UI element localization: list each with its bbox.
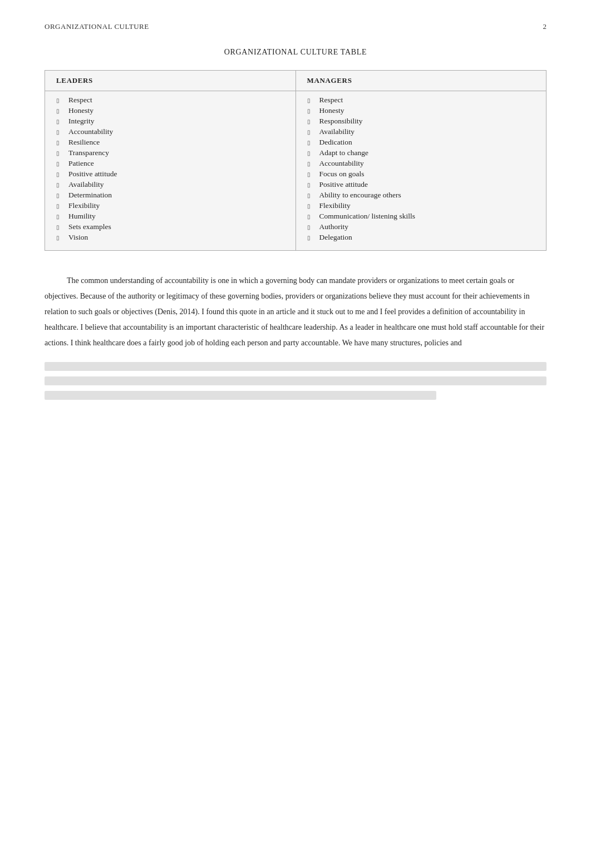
- list-item: ▯Delegation: [307, 233, 535, 242]
- bullet-icon: ▯: [56, 192, 64, 199]
- item-text: Sets examples: [68, 222, 111, 231]
- item-text: Determination: [68, 191, 112, 200]
- item-text: Humility: [68, 212, 96, 221]
- page-header: ORGANIZATIONAL CULTURE 2: [45, 22, 546, 31]
- list-item: ▯Humility: [56, 212, 284, 221]
- item-text: Integrity: [68, 117, 95, 126]
- redacted-line-2: [45, 376, 546, 385]
- table-header-row: LEADERS MANAGERS: [45, 71, 546, 91]
- redacted-line-1: [45, 362, 546, 371]
- managers-column: ▯Respect▯Honesty▯Responsibility▯Availabi…: [296, 91, 546, 250]
- list-item: ▯Flexibility: [56, 201, 284, 210]
- list-item: ▯Transparency: [56, 148, 284, 157]
- item-text: Focus on goals: [319, 170, 365, 178]
- list-item: ▯Focus on goals: [307, 170, 535, 178]
- item-text: Ability to encourage others: [319, 191, 401, 200]
- bullet-icon: ▯: [56, 182, 64, 188]
- bullet-icon: ▯: [56, 108, 64, 114]
- list-item: ▯Sets examples: [56, 222, 284, 231]
- list-item: ▯Availability: [307, 127, 535, 136]
- list-item: ▯Honesty: [56, 106, 284, 115]
- list-item: ▯Determination: [56, 191, 284, 200]
- list-item: ▯Authority: [307, 222, 535, 231]
- list-item: ▯Resilience: [56, 138, 284, 147]
- item-text: Patience: [68, 159, 94, 168]
- item-text: Authority: [319, 222, 349, 231]
- list-item: ▯Adapt to change: [307, 148, 535, 157]
- bullet-icon: ▯: [56, 203, 64, 209]
- item-text: Honesty: [68, 106, 93, 115]
- bullet-icon: ▯: [56, 97, 64, 103]
- paragraph-section: The common understanding of accountabili…: [45, 273, 546, 351]
- item-text: Communication/ listening skills: [319, 212, 416, 221]
- list-item: ▯Responsibility: [307, 117, 535, 126]
- item-text: Positive attitude: [68, 170, 117, 178]
- bullet-icon: ▯: [307, 182, 315, 188]
- redacted-block: [45, 362, 546, 400]
- table-body-row: ▯Respect▯Honesty▯Integrity▯Accountabilit…: [45, 91, 546, 250]
- bullet-icon: ▯: [56, 214, 64, 220]
- list-item: ▯Integrity: [56, 117, 284, 126]
- leaders-column: ▯Respect▯Honesty▯Integrity▯Accountabilit…: [45, 91, 296, 250]
- section-title: ORGANIZATIONAL CULTURE TABLE: [45, 48, 546, 57]
- page-header-title: ORGANIZATIONAL CULTURE: [45, 22, 149, 31]
- list-item: ▯Ability to encourage others: [307, 191, 535, 200]
- list-item: ▯Communication/ listening skills: [307, 212, 535, 221]
- bullet-icon: ▯: [56, 150, 64, 156]
- bullet-icon: ▯: [307, 129, 315, 135]
- bullet-icon: ▯: [56, 161, 64, 167]
- bullet-icon: ▯: [56, 118, 64, 125]
- list-item: ▯Dedication: [307, 138, 535, 147]
- main-paragraph: The common understanding of accountabili…: [45, 273, 546, 351]
- managers-header: MANAGERS: [296, 71, 546, 91]
- bullet-icon: ▯: [56, 224, 64, 230]
- item-text: Respect: [319, 96, 343, 105]
- organizational-culture-table: LEADERS MANAGERS ▯Respect▯Honesty▯Integr…: [45, 70, 546, 251]
- list-item: ▯Positive attitude: [56, 170, 284, 178]
- item-text: Accountability: [319, 159, 364, 168]
- page-number: 2: [543, 22, 547, 31]
- item-text: Availability: [68, 180, 104, 189]
- item-text: Responsibility: [319, 117, 363, 126]
- leaders-header: LEADERS: [45, 71, 296, 91]
- bullet-icon: ▯: [307, 203, 315, 209]
- list-item: ▯Respect: [56, 96, 284, 105]
- list-item: ▯Positive attitude: [307, 180, 535, 189]
- item-text: Flexibility: [68, 201, 100, 210]
- item-text: Accountability: [68, 127, 113, 136]
- bullet-icon: ▯: [307, 214, 315, 220]
- item-text: Availability: [319, 127, 355, 136]
- item-text: Dedication: [319, 138, 352, 147]
- bullet-icon: ▯: [307, 118, 315, 125]
- item-text: Respect: [68, 96, 92, 105]
- bullet-icon: ▯: [307, 235, 315, 241]
- item-text: Resilience: [68, 138, 100, 147]
- item-text: Honesty: [319, 106, 344, 115]
- bullet-icon: ▯: [56, 129, 64, 135]
- bullet-icon: ▯: [307, 192, 315, 199]
- item-text: Positive attitude: [319, 180, 368, 189]
- redacted-line-3: [45, 391, 436, 400]
- item-text: Adapt to change: [319, 148, 368, 157]
- bullet-icon: ▯: [56, 235, 64, 241]
- bullet-icon: ▯: [307, 108, 315, 114]
- list-item: ▯Vision: [56, 233, 284, 242]
- bullet-icon: ▯: [307, 140, 315, 146]
- bullet-icon: ▯: [307, 150, 315, 156]
- bullet-icon: ▯: [307, 224, 315, 230]
- list-item: ▯Respect: [307, 96, 535, 105]
- bullet-icon: ▯: [307, 171, 315, 177]
- bullet-icon: ▯: [56, 140, 64, 146]
- item-text: Vision: [68, 233, 88, 242]
- list-item: ▯Patience: [56, 159, 284, 168]
- list-item: ▯Flexibility: [307, 201, 535, 210]
- list-item: ▯Accountability: [56, 127, 284, 136]
- list-item: ▯Honesty: [307, 106, 535, 115]
- list-item: ▯Accountability: [307, 159, 535, 168]
- bullet-icon: ▯: [307, 97, 315, 103]
- list-item: ▯Availability: [56, 180, 284, 189]
- item-text: Flexibility: [319, 201, 351, 210]
- bullet-icon: ▯: [307, 161, 315, 167]
- item-text: Delegation: [319, 233, 352, 242]
- bullet-icon: ▯: [56, 171, 64, 177]
